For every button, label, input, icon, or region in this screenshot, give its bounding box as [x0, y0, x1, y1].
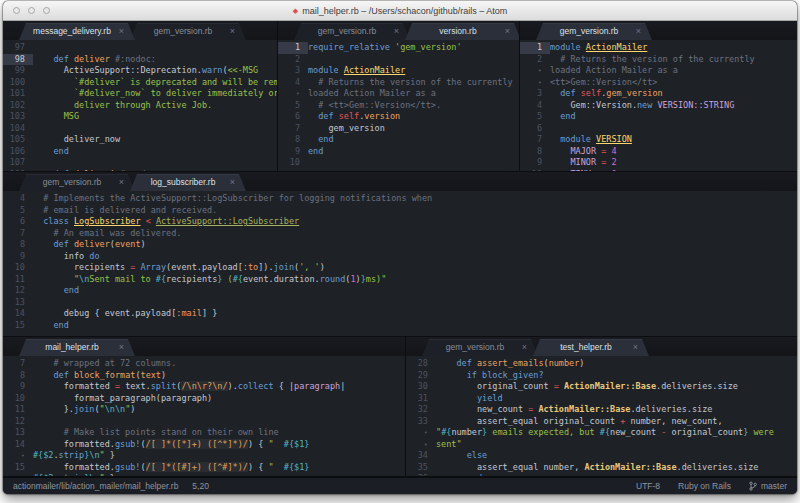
tab-close-icon[interactable]: ×	[522, 339, 527, 356]
code-text: def deliver #:nodoc:	[33, 54, 277, 66]
code-text: MSG	[33, 111, 277, 123]
tab-gem-version-rb[interactable]: gem_version.rb×	[536, 23, 652, 40]
line-number: 5	[520, 111, 550, 123]
line-number: 1	[278, 42, 308, 54]
code-text: require_relative 'gem_version'	[308, 42, 519, 54]
tab-close-icon[interactable]: ×	[633, 339, 638, 356]
line-number: 6	[520, 123, 550, 135]
status-grammar[interactable]: Ruby on Rails	[678, 481, 731, 491]
tab-close-icon[interactable]: ×	[505, 23, 510, 40]
code-line: 10 TINY = 0	[520, 169, 797, 172]
line-number: 104	[3, 123, 33, 135]
tab-label: log_subscriber.rb	[151, 177, 216, 187]
code-text: def deliver(event)	[33, 239, 797, 251]
middle-pane-row: gem_version.rb×log_subscriber.rb× 4 # Im…	[3, 172, 797, 337]
code-text: def self.version	[308, 111, 519, 123]
line-number: 101	[3, 88, 33, 100]
code-text: info do	[33, 251, 797, 263]
code-line: 106 end	[3, 146, 277, 158]
title-bar[interactable]: ◆ mail_helper.rb – /Users/schacon/github…	[3, 1, 797, 21]
tab-gem-version-rb[interactable]: gem_version.rb×	[422, 339, 538, 356]
tab-close-icon[interactable]: ×	[394, 23, 399, 40]
code-text: assert_equal original_count + number, ne…	[436, 416, 797, 428]
line-number: 7	[3, 358, 33, 370]
tab-close-icon[interactable]: ×	[119, 174, 124, 191]
tab-mail-helper-rb[interactable]: mail_helper.rb×	[19, 339, 135, 356]
code-text: if block_given?	[436, 370, 797, 382]
editor-gem-version[interactable]: 1module ActionMailer2 # Returns the vers…	[520, 40, 797, 171]
editor-mail-helper[interactable]: 7 # wrapped at 72 columns.8 def block_fo…	[3, 356, 405, 476]
code-text: # Returns the version of the currently	[308, 77, 519, 89]
tab-version-rb[interactable]: version.rb×	[405, 23, 519, 40]
code-line: 8 end	[278, 134, 519, 146]
git-branch-icon	[749, 481, 757, 491]
code-text: original_count = ActionMailer::Base.deli…	[436, 381, 797, 393]
code-text: debug { event.payload[:mail] }	[33, 308, 797, 320]
tab-close-icon[interactable]: ×	[636, 23, 641, 40]
editor-test-helper[interactable]: 28 def assert_emails(number)29 if block_…	[406, 356, 797, 476]
pane-log-subscriber: gem_version.rb×log_subscriber.rb× 4 # Im…	[3, 172, 797, 336]
tab-gem-version-rb[interactable]: gem_version.rb×	[19, 174, 135, 191]
code-line: 28 def assert_emails(number)	[406, 358, 797, 370]
atom-window: ◆ mail_helper.rb – /Users/schacon/github…	[3, 1, 797, 494]
status-cursor-position[interactable]: 5,20	[192, 481, 209, 491]
line-number: 8	[520, 146, 550, 158]
wrap-marker: •	[278, 88, 308, 100]
tab-close-icon[interactable]: ×	[119, 339, 124, 356]
line-number: 15	[3, 462, 33, 474]
code-text: def deliver! #:nodoc:	[33, 169, 277, 172]
editor-message-delivery[interactable]: 9798 def deliver #:nodoc:99 ActiveSuppor…	[3, 40, 277, 171]
code-line: 104	[3, 123, 277, 135]
code-text	[33, 157, 277, 169]
zoom-button[interactable]	[43, 7, 50, 14]
tab-close-icon[interactable]: ×	[119, 23, 124, 40]
code-line: 12	[3, 416, 405, 428]
code-line: 7 module VERSION	[520, 134, 797, 146]
tab-gem-version-rb[interactable]: gem_version.rb×	[130, 23, 246, 40]
tab-label: gem_version.rb	[560, 26, 619, 36]
code-text: formatted.gsub!(/[ ]*([*]+) ([^*]*)/) { …	[33, 439, 405, 451]
tab-message-delivery-rb[interactable]: message_delivery.rb×	[19, 23, 135, 40]
code-line: •#{$2.strip}\n" }	[3, 450, 405, 462]
code-text: MINOR = 2	[550, 157, 797, 169]
code-text: deliver through Active Job.	[33, 100, 277, 112]
tab-bar: gem_version.rb×test_helper.rb×	[406, 337, 797, 356]
tab-test-helper-rb[interactable]: test_helper.rb×	[533, 339, 649, 356]
editor-version[interactable]: 1require_relative 'gem_version'23module …	[278, 40, 519, 171]
status-file-path[interactable]: actionmailer/lib/action_mailer/mail_help…	[13, 481, 178, 491]
editor-log-subscriber[interactable]: 4 # Implements the ActiveSupport::LogSub…	[3, 191, 797, 336]
code-line: 15 formatted.gsub!(/[ ]*([#]+) ([^#]*)/)…	[3, 462, 405, 474]
status-git-branch[interactable]: master	[749, 481, 787, 491]
code-line: 14 formatted.gsub!(/[ ]*([*]+) ([^*]*)/)…	[3, 439, 405, 451]
tab-close-icon[interactable]: ×	[230, 23, 235, 40]
line-number: 12	[3, 285, 33, 297]
line-number: 7	[3, 228, 33, 240]
code-text: "#{number} emails expected, but #{new_co…	[436, 427, 797, 439]
tab-close-icon[interactable]: ×	[230, 174, 235, 191]
tab-bar: gem_version.rb×log_subscriber.rb×	[3, 172, 797, 191]
line-number: 28	[406, 358, 436, 370]
status-bar-right: UTF-8 Ruby on Rails master	[636, 481, 787, 491]
close-button[interactable]	[13, 7, 20, 14]
code-line: 100 `#deliver` is deprecated and will be…	[3, 77, 277, 89]
code-line: 2 # Returns the version of the currently	[520, 54, 797, 66]
tab-label: test_helper.rb	[560, 342, 612, 352]
code-line: •sent"	[406, 439, 797, 451]
window-title: ◆ mail_helper.rb – /Users/schacon/github…	[3, 6, 797, 16]
tab-gem-version-rb[interactable]: gem_version.rb×	[294, 23, 410, 40]
code-line: 8 MAJOR = 4	[520, 146, 797, 158]
status-encoding[interactable]: UTF-8	[636, 481, 660, 491]
line-number: 98	[3, 54, 33, 66]
line-number: 5	[278, 100, 308, 112]
minimize-button[interactable]	[28, 7, 35, 14]
tab-bar: message_delivery.rb×gem_version.rb×	[3, 21, 277, 40]
code-line: 9 formatted = text.split(/\n\r?\n/).coll…	[3, 381, 405, 393]
tab-log-subscriber-rb[interactable]: log_subscriber.rb×	[130, 174, 246, 191]
tab-label: mail_helper.rb	[45, 342, 98, 352]
tab-label: gem_version.rb	[318, 26, 377, 36]
code-line: 9 MINOR = 2	[520, 157, 797, 169]
line-number: 9	[3, 381, 33, 393]
code-text: <tt>Gem::Version</tt>	[550, 77, 797, 89]
code-text: loaded Action Mailer as a	[550, 65, 797, 77]
code-text	[308, 54, 519, 66]
